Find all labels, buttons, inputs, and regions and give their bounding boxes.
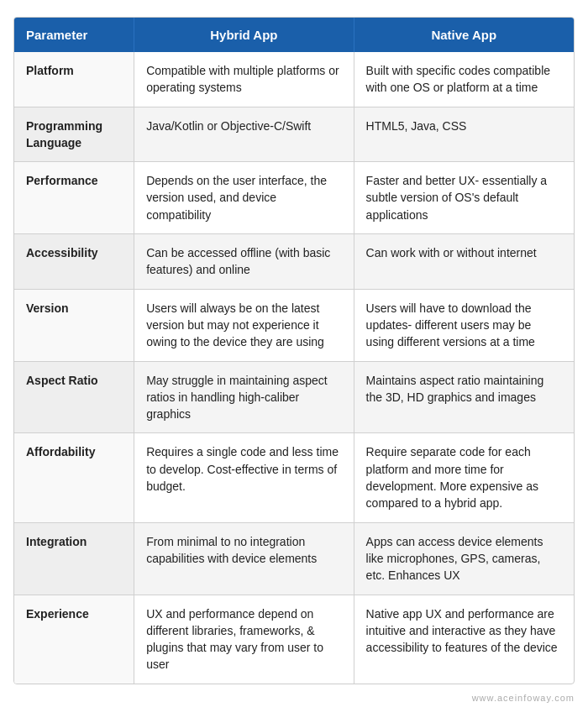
cell-parameter: Accessibility [14,234,134,290]
cell-native: Maintains aspect ratio maintaining the 3… [354,361,574,433]
cell-native: HTML5, Java, CSS [354,107,574,162]
table-header-row: Parameter Hybrid App Native App [14,18,574,52]
cell-parameter: Platform [14,52,134,107]
table-row: PlatformCompatible with multiple platfor… [14,52,574,107]
cell-hybrid: Compatible with multiple platforms or op… [134,52,354,107]
cell-native: Faster and better UX- essentially a subt… [354,162,574,234]
table-row: ExperienceUX and performance depend on d… [14,595,574,684]
cell-native: Apps can access device elements like mic… [354,522,574,595]
cell-parameter: Programming Language [14,107,134,162]
cell-native: Built with specific codes compatible wit… [354,52,574,107]
cell-native: Native app UX and performance are intuit… [354,595,574,684]
table-row: PerformanceDepends on the user interface… [14,162,574,234]
cell-parameter: Version [14,289,134,361]
cell-hybrid: Can be accessed offline (with basic feat… [134,234,354,290]
cell-hybrid: Java/Kotlin or Objective-C/Swift [134,107,354,162]
watermark: www.aceinfoway.com [472,693,575,703]
cell-native: Can work with or without internet [354,234,574,290]
table-row: AccessibilityCan be accessed offline (wi… [14,234,574,290]
header-hybrid: Hybrid App [134,18,354,52]
cell-native: Require separate code for each platform … [354,433,574,522]
cell-hybrid: Users will always be on the latest versi… [134,289,354,361]
cell-hybrid: Depends on the user interface, the versi… [134,162,354,234]
header-parameter: Parameter [14,18,134,52]
cell-native: Users will have to download the updates-… [354,289,574,361]
cell-parameter: Performance [14,162,134,234]
table-row: Aspect RatioMay struggle in maintaining … [14,361,574,433]
cell-hybrid: UX and performance depend on different l… [134,595,354,684]
header-native: Native App [354,18,574,52]
cell-parameter: Aspect Ratio [14,361,134,433]
cell-parameter: Affordability [14,433,134,522]
table-row: AffordabilityRequires a single code and … [14,433,574,522]
table-row: Programming LanguageJava/Kotlin or Objec… [14,107,574,162]
cell-hybrid: Requires a single code and less time to … [134,433,354,522]
cell-parameter: Integration [14,522,134,595]
cell-hybrid: From minimal to no integration capabilit… [134,522,354,595]
table-row: IntegrationFrom minimal to no integratio… [14,522,574,595]
cell-hybrid: May struggle in maintaining aspect ratio… [134,361,354,433]
comparison-table: Parameter Hybrid App Native App Platform… [13,17,575,684]
table-row: VersionUsers will always be on the lates… [14,289,574,361]
cell-parameter: Experience [14,595,134,684]
